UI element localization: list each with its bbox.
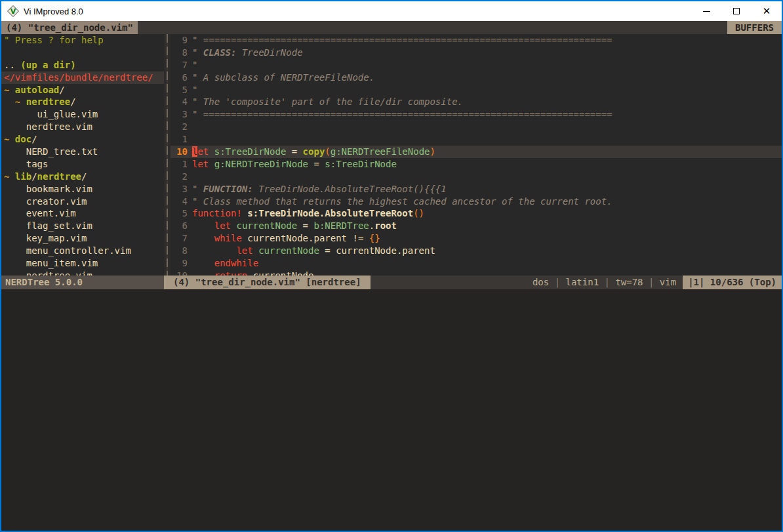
line-content: while currentNode.parent != {} (188, 232, 380, 245)
text-segment: " The 'composite' part of the file/dir c… (192, 96, 463, 107)
text-segment: " A subclass of NERDTreeFileNode. (192, 72, 374, 83)
line-number: 10 (171, 146, 188, 158)
code-line[interactable]: 9" =====================================… (171, 34, 782, 47)
text-segment: / (81, 171, 87, 182)
text-segment: " ======================================… (192, 35, 612, 45)
close-icon: ✕ (763, 7, 771, 16)
text-segment: ~ (4, 85, 15, 95)
code-line[interactable]: 10 return currentNode (171, 270, 782, 276)
line-number: 2 (171, 121, 188, 133)
text-segment: " (192, 85, 197, 95)
tree-item[interactable]: ~ lib/nerdtree/ (1, 171, 164, 183)
code-line[interactable]: 8 let currentNode = currentNode.parent (171, 245, 782, 257)
status-flag: latin1 (566, 277, 599, 287)
line-number: 8 (171, 245, 188, 257)
text-segment: () (413, 208, 424, 218)
tree-item[interactable]: flag_set.vim (1, 220, 164, 232)
tree-item[interactable]: event.vim (1, 207, 164, 220)
close-button[interactable]: ✕ (752, 1, 782, 21)
tree-item[interactable]: menu_controller.vim (1, 245, 164, 257)
command-line[interactable] (1, 289, 782, 531)
text-segment: s:TreeDirNode (325, 159, 397, 169)
text-segment: = (297, 220, 313, 231)
titlebar[interactable]: V Vi IMproved 8.0 ✕ (1, 1, 782, 21)
maximize-button[interactable] (721, 1, 752, 21)
code-line[interactable]: 8" CLASS: TreeDirNode (171, 47, 782, 59)
tabline: (4) "tree_dir_node.vim" BUFFERS (1, 21, 782, 34)
status-flag: vim (660, 277, 676, 287)
text-segment: ~ (15, 96, 26, 107)
text-segment: " (192, 47, 203, 58)
text-segment: let (236, 245, 252, 256)
code-line[interactable]: 3" =====================================… (171, 108, 782, 121)
line-number: 8 (171, 47, 188, 59)
text-segment: nerdtree.vim (4, 121, 92, 132)
code-line[interactable]: 7" (171, 59, 782, 72)
text-segment: currentNode (236, 220, 297, 231)
tree-item[interactable]: tags (1, 158, 164, 171)
tree-item[interactable]: nerdtree.vim (1, 270, 164, 276)
text-segment: " (192, 184, 203, 194)
tree-item[interactable]: .. (up a dir) (1, 59, 164, 72)
text-segment: . (369, 220, 374, 231)
text-segment: tags (4, 159, 48, 169)
line-content: " FUNCTION: TreeDirNode.AbsoluteTreeRoot… (188, 183, 447, 195)
tree-root-item[interactable]: </vimfiles/bundle/nerdtree/ (1, 72, 164, 84)
tree-item[interactable]: key_map.vim (1, 232, 164, 245)
code-line[interactable]: 3" FUNCTION: TreeDirNode.AbsoluteTreeRoo… (171, 183, 782, 195)
text-segment: ~ (4, 171, 15, 182)
tree-item[interactable]: creator.vim (1, 195, 164, 208)
status-separator: | (549, 277, 565, 287)
text-segment: menu_item.vim (4, 258, 98, 268)
line-number: 1 (171, 158, 188, 171)
main-area: " Press ? for help.. (up a dir)</vimfile… (1, 34, 782, 276)
text-segment: bookmark.vim (4, 184, 92, 194)
tree-item[interactable]: NERD_tree.txt (1, 146, 164, 158)
text-segment: ( (325, 146, 330, 157)
code-line[interactable]: 1 (171, 133, 782, 146)
text-segment: s:TreeDirNode.AbsoluteTreeRoot (247, 208, 413, 218)
text-segment: " Press ? for help (4, 35, 104, 45)
tree-item[interactable]: bookmark.vim (1, 183, 164, 195)
code-line-current[interactable]: 10let s:TreeDirNode = copy(g:NERDTreeFil… (171, 146, 782, 158)
text-segment (192, 258, 214, 268)
line-content: " ======================================… (188, 108, 612, 121)
window-separator[interactable] (164, 34, 171, 276)
tree-item[interactable]: nerdtree.vim (1, 121, 164, 133)
text-segment (253, 245, 258, 256)
text-segment: root (374, 220, 397, 231)
code-line[interactable]: 9 endwhile (171, 257, 782, 270)
text-segment: flag_set.vim (4, 220, 92, 231)
text-segment (4, 96, 15, 107)
line-content: " A subclass of NERDTreeFileNode. (188, 72, 374, 84)
text-segment: currentNode (247, 270, 313, 276)
text-segment (192, 245, 236, 256)
minimize-button[interactable] (691, 1, 721, 21)
code-line[interactable]: 4" The 'composite' part of the file/dir … (171, 96, 782, 108)
text-segment: = (286, 146, 302, 157)
tree-item[interactable]: ~ nerdtree/ (1, 96, 164, 108)
tab-tree-dir-node[interactable]: (4) "tree_dir_node.vim" (1, 21, 138, 34)
tree-item[interactable]: ~ doc/ (1, 133, 164, 146)
text-segment: TreeDirNode.AbsoluteTreeRoot(){{{1 (253, 184, 447, 194)
code-line[interactable]: 4" Class method that returns the highest… (171, 195, 782, 208)
text-segment: creator.vim (4, 196, 87, 207)
tree-item[interactable]: ui_glue.vim (1, 108, 164, 121)
code-line[interactable]: 6 let currentNode = b:NERDTree.root (171, 220, 782, 232)
tree-item[interactable]: menu_item.vim (1, 257, 164, 270)
code-line[interactable]: 1let g:NERDTreeDirNode = s:TreeDirNode (171, 158, 782, 171)
tree-item[interactable]: ~ autoload/ (1, 84, 164, 96)
code-line[interactable]: 2 (171, 121, 782, 133)
code-line[interactable]: 5" (171, 84, 782, 96)
tree-item: " Press ? for help (1, 34, 164, 47)
text-segment: menu_controller.vim (4, 245, 131, 256)
code-line[interactable]: 7 while currentNode.parent != {} (171, 232, 782, 245)
code-line[interactable]: 2 (171, 171, 782, 183)
text-segment: nerdtree (26, 96, 70, 107)
text-segment: g:NERDTreeFileNode (331, 146, 430, 157)
code-line[interactable]: 6" A subclass of NERDTreeFileNode. (171, 72, 782, 84)
statusline-fill (371, 276, 532, 289)
statusline: NERDTree 5.0.0 (4) "tree_dir_node.vim" [… (1, 276, 782, 289)
code-line[interactable]: 5function! s:TreeDirNode.AbsoluteTreeRoo… (171, 207, 782, 220)
text-segment: / (31, 171, 37, 182)
